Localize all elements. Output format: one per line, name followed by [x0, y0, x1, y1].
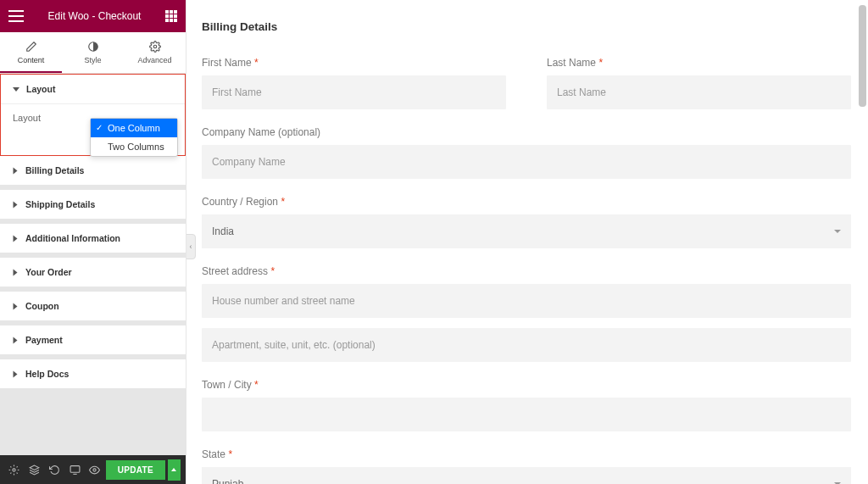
gear-icon: [149, 41, 161, 53]
scrollbar-thumb[interactable]: [859, 5, 866, 107]
section-additional-header[interactable]: Additional Information: [0, 224, 186, 253]
layout-option-two-columns[interactable]: Two Columns: [91, 137, 177, 156]
svg-point-2: [13, 468, 15, 470]
section-coupon-title: Coupon: [25, 301, 59, 311]
section-billing-header[interactable]: Billing Details: [0, 156, 186, 185]
street-input-1[interactable]: [202, 284, 851, 318]
preview-button[interactable]: [86, 459, 104, 481]
editor-tabs: Content Style Advanced: [0, 32, 186, 74]
sidebar-footer: UPDATE: [0, 455, 186, 484]
section-order-header[interactable]: Your Order: [0, 258, 186, 287]
last-name-label: Last Name *: [547, 57, 851, 69]
gear-icon: [8, 465, 19, 476]
collapse-sidebar-handle[interactable]: ‹: [186, 234, 196, 259]
preview-canvas: Billing Details First Name * Last Name *…: [198, 0, 858, 484]
tab-advanced-label: Advanced: [137, 56, 171, 64]
section-payment-title: Payment: [25, 335, 63, 345]
layout-control-label: Layout: [13, 113, 41, 123]
street-input-2[interactable]: [202, 328, 851, 362]
section-shipping-title: Shipping Details: [25, 199, 95, 209]
section-help-header[interactable]: Help Docs: [0, 359, 186, 388]
contrast-icon: [87, 41, 99, 53]
svg-marker-3: [30, 465, 39, 470]
scrollbar[interactable]: [859, 5, 866, 470]
canvas-wrap: ‹ Billing Details First Name * Last Name…: [186, 0, 868, 484]
section-layout-header[interactable]: Layout: [1, 75, 185, 103]
country-label: Country / Region *: [202, 196, 851, 208]
tab-style-label: Style: [84, 56, 101, 64]
sidebar-header: Edit Woo - Checkout: [0, 0, 186, 32]
svg-rect-4: [70, 465, 80, 472]
city-input[interactable]: [202, 398, 851, 431]
menu-icon[interactable]: [8, 10, 24, 22]
section-billing-title: Billing Details: [25, 165, 84, 175]
company-input[interactable]: [202, 145, 851, 179]
caret-right-icon: [14, 201, 18, 208]
caret-down-icon: [13, 87, 19, 92]
settings-button[interactable]: [5, 459, 24, 481]
layout-option-one-column[interactable]: One Column: [91, 119, 177, 137]
pencil-icon: [25, 41, 37, 53]
section-payment-header[interactable]: Payment: [0, 325, 186, 354]
section-billing-details: Billing Details: [0, 156, 186, 186]
section-additional-info: Additional Information: [0, 224, 186, 253]
widgets-grid-icon[interactable]: [165, 10, 177, 22]
header-title: Edit Woo - Checkout: [48, 10, 142, 22]
section-layout: Layout Layout One Column Two Columns: [0, 74, 186, 157]
caret-right-icon: [14, 235, 18, 242]
eye-icon: [89, 465, 100, 476]
update-button[interactable]: UPDATE: [106, 460, 165, 480]
panel-sections: Layout Layout One Column Two Columns: [0, 74, 186, 455]
svg-point-6: [93, 468, 96, 470]
city-label: Town / City *: [202, 379, 851, 391]
section-help-title: Help Docs: [25, 369, 69, 379]
last-name-input[interactable]: [547, 75, 851, 109]
layout-dropdown: One Column Two Columns: [90, 118, 178, 157]
form-title: Billing Details: [202, 20, 851, 33]
caret-right-icon: [14, 167, 18, 174]
street-label: Street address *: [202, 265, 851, 277]
tab-content[interactable]: Content: [0, 32, 62, 73]
state-select[interactable]: Punjab: [202, 467, 851, 484]
editor-sidebar: Edit Woo - Checkout Content Style Advanc…: [0, 0, 186, 484]
history-button[interactable]: [46, 459, 64, 481]
tab-style[interactable]: Style: [62, 32, 124, 73]
section-help-docs: Help Docs: [0, 359, 186, 389]
section-shipping-details: Shipping Details: [0, 190, 186, 220]
caret-right-icon: [14, 269, 18, 275]
svg-point-1: [153, 45, 157, 48]
first-name-input[interactable]: [202, 75, 506, 109]
section-coupon-header[interactable]: Coupon: [0, 292, 186, 320]
caret-right-icon: [14, 370, 18, 377]
devices-icon: [70, 465, 81, 476]
first-name-label: First Name *: [202, 57, 506, 69]
responsive-button[interactable]: [65, 459, 84, 481]
section-layout-title: Layout: [26, 84, 55, 94]
section-your-order: Your Order: [0, 258, 186, 287]
section-order-title: Your Order: [25, 267, 72, 277]
layout-control-row: Layout One Column Two Columns: [13, 113, 173, 123]
country-select[interactable]: India: [202, 214, 851, 248]
section-additional-title: Additional Information: [25, 233, 120, 243]
tab-advanced[interactable]: Advanced: [124, 32, 186, 73]
layers-icon: [29, 465, 40, 476]
section-coupon: Coupon: [0, 292, 186, 321]
caret-right-icon: [14, 303, 18, 309]
update-options-button[interactable]: [168, 459, 181, 481]
history-icon: [49, 465, 60, 476]
section-payment: Payment: [0, 325, 186, 355]
caret-right-icon: [14, 337, 18, 343]
tab-content-label: Content: [18, 56, 45, 64]
company-label: Company Name (optional): [202, 126, 851, 138]
navigator-button[interactable]: [25, 459, 44, 481]
state-label: State *: [202, 448, 851, 460]
section-shipping-header[interactable]: Shipping Details: [0, 190, 186, 219]
